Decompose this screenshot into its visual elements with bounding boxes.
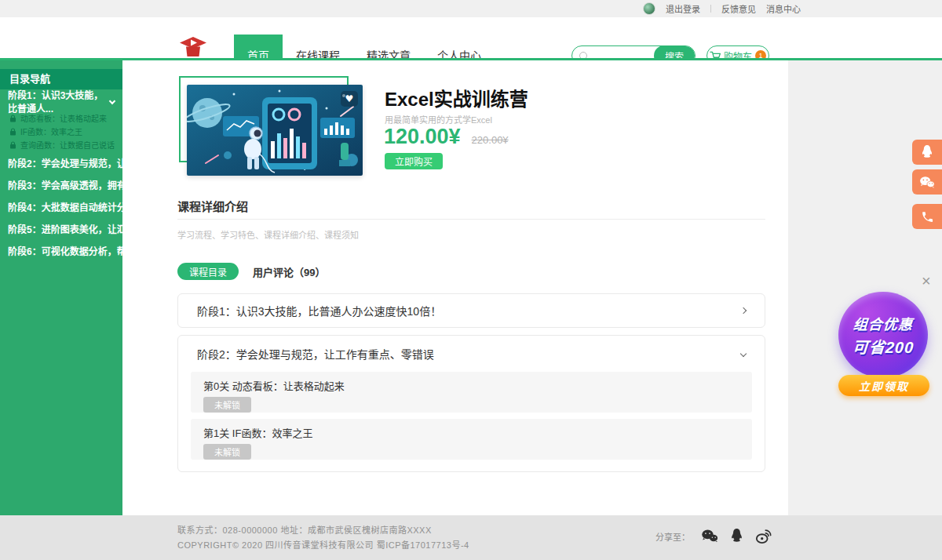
qq-contact-button[interactable] bbox=[912, 140, 942, 165]
share-wechat-button[interactable] bbox=[701, 529, 718, 544]
phone-contact-button[interactable] bbox=[912, 204, 942, 229]
course-subtitle: 用最简单实用的方式学Excel bbox=[385, 113, 492, 125]
course-title: Excel实战训练营 bbox=[385, 84, 528, 111]
user-avatar[interactable] bbox=[643, 2, 655, 15]
sidebar-stage-1-label: 阶段1：认识3大技能，比普通人... bbox=[8, 88, 110, 115]
wechat-contact-button[interactable] bbox=[912, 169, 942, 195]
sidebar-lesson-2[interactable]: IF函数：效率之王 bbox=[0, 125, 122, 137]
accordion-stage-2-header[interactable]: 阶段2：学会处理与规范，让工作有重点、零错误 bbox=[178, 336, 765, 372]
sidebar-lesson-3-label: 查询函数：让数据自己说话 bbox=[20, 139, 115, 151]
accordion-stage-2-label: 阶段2：学会处理与规范，让工作有重点、零错误 bbox=[197, 346, 434, 362]
buy-now-button[interactable]: 立即购买 bbox=[385, 153, 443, 169]
share-label: 分享至： bbox=[655, 530, 690, 543]
sidebar-stage-3[interactable]: 阶段3：学会高级透视，拥有同时... bbox=[0, 176, 122, 193]
accordion-stage-1[interactable]: 阶段1：认识3大技能，比普通人办公速度快10倍！ bbox=[177, 293, 765, 328]
detail-section-title: 课程详细介绍 bbox=[177, 198, 248, 214]
tab-comments[interactable]: 用户评论（99） bbox=[253, 264, 325, 279]
messages-link[interactable]: 消息中心 bbox=[766, 2, 801, 15]
weibo-icon bbox=[755, 528, 772, 544]
chevron-right-icon bbox=[740, 307, 747, 314]
promo-text-line1: 组合优惠 bbox=[853, 313, 914, 333]
footer-copyright: COPYRIGHT© 2020 四川传音课堂科技有限公司 蜀ICP备170177… bbox=[177, 538, 469, 551]
sidebar-lesson-1[interactable]: 动态看板：让表格动起来 bbox=[0, 112, 122, 124]
footer: 联系方式：028-0000000 地址：成都市武侯区槐树店南路XXXX COPY… bbox=[0, 515, 942, 560]
sidebar-stage-5[interactable]: 阶段5：进阶图表美化，让汇报一... bbox=[0, 220, 122, 237]
lock-icon bbox=[9, 141, 16, 149]
favorite-heart-icon[interactable]: ♥ bbox=[341, 91, 358, 107]
lock-icon bbox=[9, 115, 16, 122]
main-content: ♥ Excel实战训练营 用最简单实用的方式学Excel 120.00¥ 220… bbox=[122, 60, 788, 515]
price-row: 120.00¥ 220.00¥ bbox=[384, 125, 509, 149]
sidebar-stage-4[interactable]: 阶段4：大批数据自动统计分析，... bbox=[0, 198, 122, 215]
share-qq-button[interactable] bbox=[729, 528, 744, 544]
detail-description: 学习流程、学习特色、课程详细介绍、课程须知 bbox=[177, 228, 359, 241]
qq-icon bbox=[729, 528, 744, 544]
chevron-down-icon bbox=[109, 98, 115, 104]
wechat-icon bbox=[919, 176, 935, 189]
current-price: 120.00¥ bbox=[384, 125, 461, 149]
accordion-stage-1-label: 阶段1：认识3大技能，比普通人办公速度快10倍！ bbox=[197, 303, 441, 318]
sidebar-stage-6[interactable]: 阶段6：可视化数据分析，帮老板... bbox=[0, 242, 122, 259]
qq-icon bbox=[920, 144, 934, 160]
lesson-title: 第0关 动态看板：让表格动起来 bbox=[203, 378, 739, 393]
feedback-link[interactable]: 反馈意见 bbox=[721, 2, 756, 15]
phone-icon bbox=[921, 210, 934, 224]
sidebar-lesson-3[interactable]: 查询函数：让数据自己说话 bbox=[0, 139, 122, 151]
topbar: 退出登录 反馈意见 消息中心 bbox=[0, 0, 942, 17]
sidebar-stage-2[interactable]: 阶段2：学会处理与规范，让工作... bbox=[0, 154, 122, 171]
lesson-title: 第1关 IF函数：效率之王 bbox=[203, 425, 739, 440]
logo-icon bbox=[179, 37, 207, 57]
accordion-stage-2: 阶段2：学会处理与规范，让工作有重点、零错误 第0关 动态看板：让表格动起来 未… bbox=[177, 335, 765, 472]
course-cover[interactable] bbox=[187, 85, 363, 176]
original-price: 220.00¥ bbox=[472, 134, 509, 146]
promo-close-icon[interactable]: × bbox=[922, 273, 931, 289]
share-bar: 分享至： bbox=[655, 528, 772, 544]
sidebar-lesson-2-label: IF函数：效率之王 bbox=[20, 125, 82, 137]
tab-catalog[interactable]: 课程目录 bbox=[177, 263, 239, 280]
chevron-down-icon bbox=[740, 351, 747, 357]
footer-contact: 联系方式：028-0000000 地址：成都市武侯区槐树店南路XXXX bbox=[177, 523, 432, 536]
catalog-sidebar: 目录导航 阶段1：认识3大技能，比普通人... 动态看板：让表格动起来 IF函数… bbox=[0, 60, 122, 515]
lesson-row-1[interactable]: 第1关 IF函数：效率之王 未解锁 bbox=[191, 419, 752, 460]
claim-coupon-button[interactable]: 立即领取 bbox=[838, 375, 929, 396]
tab-bar: 课程目录 用户评论（99） bbox=[177, 263, 325, 280]
topbar-divider bbox=[710, 5, 711, 13]
header: 传音课堂 CHUANYINKETANG 首页 在线课程 精选文章 个人中心 搜索… bbox=[0, 17, 942, 58]
course-cover-illustration bbox=[187, 85, 363, 176]
lesson-row-0[interactable]: 第0关 动态看板：让表格动起来 未解锁 bbox=[191, 372, 752, 413]
lesson-status-badge: 未解锁 bbox=[203, 397, 251, 413]
share-weibo-button[interactable] bbox=[755, 528, 772, 544]
promo-badge[interactable]: 组合优惠 可省200 bbox=[838, 292, 928, 378]
promo-text-line2: 可省200 bbox=[852, 335, 915, 358]
sidebar-lesson-1-label: 动态看板：让表格动起来 bbox=[20, 112, 107, 124]
page: 退出登录 反馈意见 消息中心 传音课堂 CHUANYINKETANG 首页 在线… bbox=[0, 0, 942, 560]
sidebar-stage-1[interactable]: 阶段1：认识3大技能，比普通人... bbox=[0, 93, 122, 110]
wechat-icon bbox=[701, 529, 718, 544]
lock-icon bbox=[9, 128, 16, 136]
section-divider bbox=[177, 219, 765, 220]
lesson-status-badge: 未解锁 bbox=[203, 444, 251, 460]
logout-link[interactable]: 退出登录 bbox=[666, 2, 700, 15]
sidebar-title: 目录导航 bbox=[0, 69, 122, 89]
